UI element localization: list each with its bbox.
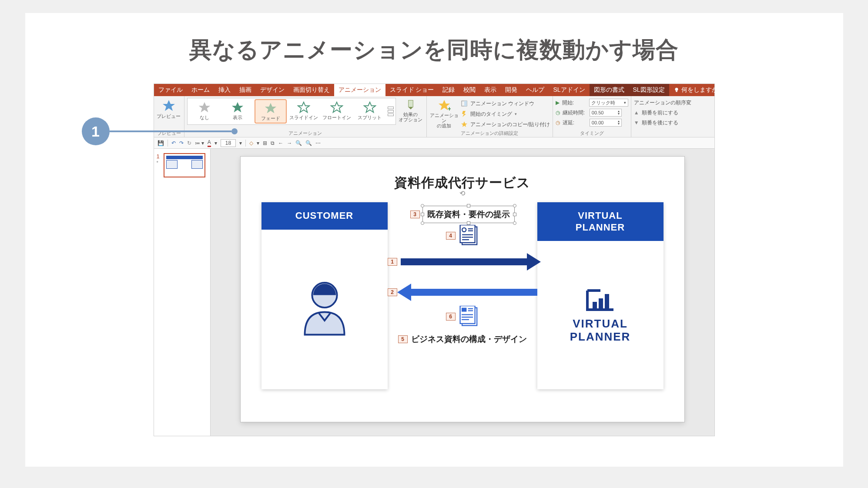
animation-tag-2[interactable]: 2 [388,288,397,296]
star-slidein-icon [297,101,310,114]
delay-row: ◷ 遅延: 00.00 ▴▾ [556,118,628,127]
spinner-icon: ▴▾ [618,120,620,125]
animation-tag-4[interactable]: 4 [446,232,456,240]
anim-fade[interactable]: フェード [255,99,287,124]
callout-line [110,130,231,132]
tab-record[interactable]: 記録 [438,84,459,96]
tab-draw[interactable]: 描画 [235,84,256,96]
advanced-group-label: アニメーションの詳細設定 [429,129,550,137]
svg-rect-36 [605,294,609,310]
reorder-group-label [634,136,691,137]
delay-label: 遅延: [563,119,587,127]
vp-header-line1: VIRTUAL [541,210,660,221]
middle-flow-column: ⟲ 3 既存資料・要件の提示 [395,202,530,394]
ribbon: プレビュー プレビュー なし 表示 [154,96,714,137]
tab-file[interactable]: ファイル [154,84,187,96]
pane-icon [461,100,468,107]
thumbnail-1[interactable]: 1 * [157,153,208,177]
animation-pane-button[interactable]: アニメーション ウィンドウ [461,99,550,108]
start-select[interactable]: クリック時 ▾ [589,99,628,107]
customer-card-body [261,230,388,390]
tab-sl-addin[interactable]: SLアドイン [549,84,589,96]
tab-animations[interactable]: アニメーション [334,84,385,96]
anim-split-label: スプリット [358,115,382,120]
quick-access-toolbar: 💾 ↶ ↷ ↻ ≔ ▾ A▾ 18▾ ◇▾ ⊞ ⧉ ← → 🔍 🔍 ⋯ [154,137,714,149]
selection-handle[interactable] [513,204,516,207]
ribbon-group-reorder: アニメーションの順序変 ▲ 順番を前にする ▼ 順番を後にする [631,96,694,137]
timing-group-label: タイミング [556,129,628,137]
zoom-in-icon[interactable]: 🔍 [295,140,302,146]
rotation-handle-icon[interactable]: ⟲ [459,189,465,197]
slide-canvas-area[interactable]: 資料作成代行サービス CUSTOMER [211,149,714,436]
painter-icon [461,121,468,128]
document-top-icon [459,225,479,247]
zoom-out-icon[interactable]: 🔍 [305,140,312,146]
chevron-down-icon: ▾ [515,112,517,116]
star-none-icon [198,101,211,114]
shape-fill-icon[interactable]: ◇ [249,140,253,146]
group-icon[interactable]: ⧉ [271,140,275,146]
powerpoint-window: ファイル ホーム 挿入 描画 デザイン 画面切り替え アニメーション スライド … [154,84,715,436]
selection-handle[interactable] [467,221,470,225]
vp-logo-icon [583,287,618,313]
anim-fade-label: フェード [261,116,280,121]
arrow-left-icon[interactable]: ← [278,140,283,146]
tab-design[interactable]: デザイン [256,84,289,96]
animation-painter-button[interactable]: アニメーションのコピー/貼り付け [461,120,550,129]
duration-label: 継続時間: [563,109,587,117]
start-label: 開始: [562,99,586,107]
play-start-icon: ▶ [556,100,560,106]
duration-input[interactable]: 00.50 ▴▾ [590,109,622,117]
selected-textbox-top[interactable]: 既存資料・要件の提示 [422,206,515,223]
tab-shape-format[interactable]: 図形の書式 [590,84,629,96]
tab-insert[interactable]: 挿入 [214,84,235,96]
duration-value: 00.50 [592,110,604,115]
add-animation-button[interactable]: + アニメーション の追加 [429,98,459,129]
slide-content-row: CUSTOMER [261,202,664,394]
tab-transitions[interactable]: 画面切り替え [289,84,334,96]
svg-marker-8 [364,102,375,112]
animation-tag-1[interactable]: 1 [388,258,397,266]
selection-handle[interactable] [513,221,516,225]
tab-developer[interactable]: 開発 [501,84,522,96]
gallery-expand[interactable] [387,99,395,124]
trigger-button[interactable]: 開始のタイミング ▾ [461,109,550,119]
thumb-animation-indicator: * [157,160,162,165]
move-earlier-button[interactable]: ▲ 順番を前にする [634,108,691,117]
tab-review[interactable]: 校閲 [459,84,480,96]
animation-tag-3[interactable]: 3 [410,211,420,218]
anim-split[interactable]: スプリット [354,99,386,124]
selection-handle[interactable] [421,204,424,207]
selection-handle[interactable] [421,221,424,225]
arrow-right-icon[interactable]: → [287,140,292,146]
animation-tag-6[interactable]: 6 [446,313,456,321]
clock-icon: ◷ [556,110,560,116]
move-later-button[interactable]: ▼ 順番を後にする [634,118,691,127]
tab-slideshow[interactable]: スライド ショー [385,84,439,96]
selection-handle[interactable] [513,213,516,216]
selection-handle[interactable] [421,213,424,216]
anim-slidein[interactable]: スライドイン [288,99,320,124]
tab-sl-shape-settings[interactable]: SL図形設定 [629,84,669,96]
arrow-right [401,255,537,268]
qat-overflow[interactable]: ⋯ [315,140,321,146]
tab-help[interactable]: ヘルプ [522,84,549,96]
start-value: クリック時 [591,100,615,106]
duration-row: ◷ 継続時間: 00.50 ▴▾ [556,108,628,117]
tab-view[interactable]: 表示 [480,84,501,96]
move-earlier-label: 順番を前にする [642,109,678,117]
svg-marker-16 [461,121,467,127]
align-icon[interactable]: ⊞ [263,140,267,146]
vp-logo-text: VIRTUAL PLANNER [570,318,631,344]
tell-me-search[interactable]: 何をしますか [669,84,722,96]
effect-options-button[interactable]: 効果の オプション [398,98,424,123]
star-fade-icon [264,102,277,115]
svg-rect-9 [408,100,413,107]
selection-handle[interactable] [467,204,470,207]
reorder-heading: アニメーションの順序変 [634,98,691,107]
anim-floatin[interactable]: フロートイン [321,99,353,124]
preview-button[interactable]: プレビュー [157,98,181,120]
tab-home[interactable]: ホーム [187,84,214,96]
animation-tag-5[interactable]: 5 [398,335,408,343]
delay-input[interactable]: 00.00 ▴▾ [590,119,622,127]
